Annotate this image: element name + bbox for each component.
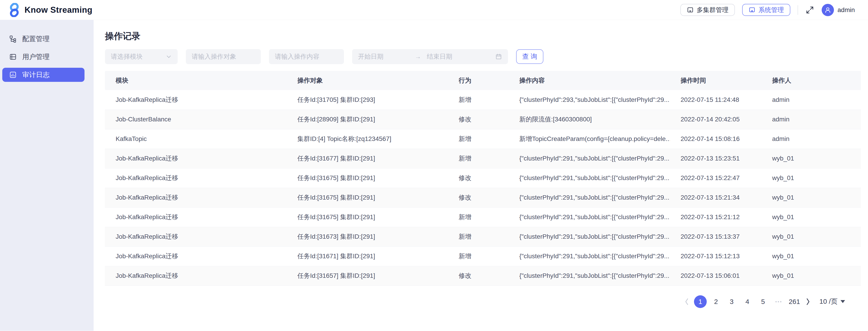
cell-content: {"clusterPhyId":291,"subJobList":[{"clus… <box>508 207 670 227</box>
date-range-arrow: → <box>415 53 421 60</box>
cell-target: 任务Id:[31675] 集群ID:[291] <box>287 168 448 188</box>
list-icon <box>9 53 17 61</box>
content-input[interactable] <box>275 53 338 60</box>
chevron-left-icon <box>684 298 689 305</box>
system-mgmt-label: 系统管理 <box>758 6 784 14</box>
page-button-3[interactable]: 3 <box>725 295 738 308</box>
cell-operator: admin <box>762 90 861 110</box>
cell-target: 集群ID:[4] Topic名称:[zq1234567] <box>287 129 448 149</box>
cell-content: {"clusterPhyId":291,"subJobList":[{"clus… <box>508 168 670 188</box>
brand-name: Know Streaming <box>25 5 92 15</box>
brand-logo-icon <box>8 3 21 17</box>
target-input[interactable] <box>192 53 255 60</box>
sidebar-item-user-mgmt[interactable]: 用户管理 <box>2 50 85 64</box>
cell-time: 2022-07-13 15:06:01 <box>670 266 762 285</box>
table-row: KafkaTopic 集群ID:[4] Topic名称:[zq1234567] … <box>105 129 861 149</box>
cell-target: 任务Id:[31673] 集群ID:[291] <box>287 227 448 246</box>
cell-operator: wyb_01 <box>762 227 861 246</box>
cell-time: 2022-07-13 15:13:37 <box>670 227 762 246</box>
cell-time: 2022-07-13 15:23:51 <box>670 149 762 168</box>
cell-time: 2022-07-13 15:22:47 <box>670 168 762 188</box>
cell-action: 新增 <box>448 149 508 168</box>
monitor-icon <box>748 6 755 13</box>
cell-content: 新增TopicCreateParam(config={cleanup.polic… <box>508 129 670 149</box>
cell-action: 新增 <box>448 129 508 149</box>
table-row: Job-KafkaReplica迁移 任务Id:[31705] 集群ID:[29… <box>105 90 861 110</box>
cell-content: 新的限流值:[3460300800] <box>508 110 670 129</box>
cell-target: 任务Id:[28909] 集群ID:[291] <box>287 110 448 129</box>
cell-module: Job-KafkaReplica迁移 <box>105 246 287 266</box>
start-date-input[interactable] <box>358 53 415 60</box>
page-button-261[interactable]: 261 <box>788 295 801 308</box>
multi-cluster-label: 多集群管理 <box>697 6 728 14</box>
sidebar-item-label: 用户管理 <box>22 52 50 62</box>
user-menu[interactable]: admin <box>822 4 855 16</box>
cell-content: {"clusterPhyId":291,"subJobList":[{"clus… <box>508 246 670 266</box>
table-row: Job-KafkaReplica迁移 任务Id:[31675] 集群ID:[29… <box>105 188 861 207</box>
cell-action: 新增 <box>448 246 508 266</box>
content-input-box <box>269 49 344 64</box>
app-shell: 配置管理 用户管理 审计日志 操作记录 请选择模块 <box>0 20 868 331</box>
page-list: 12345•••261 <box>694 295 801 308</box>
cell-operator: wyb_01 <box>762 207 861 227</box>
cell-operator: wyb_01 <box>762 168 861 188</box>
cell-module: Job-KafkaReplica迁移 <box>105 149 287 168</box>
cell-operator: wyb_01 <box>762 246 861 266</box>
cell-time: 2022-07-13 15:21:12 <box>670 207 762 227</box>
user-icon <box>824 6 832 14</box>
cell-module: Job-KafkaReplica迁移 <box>105 90 287 110</box>
audit-log-table: 模块 操作对象 行为 操作内容 操作时间 操作人 Job-KafkaReplic… <box>105 71 861 286</box>
table-row: Job-ClusterBalance 任务Id:[28909] 集群ID:[29… <box>105 110 861 129</box>
cell-operator: admin <box>762 110 861 129</box>
cluster-icon <box>687 6 694 13</box>
pagination-ellipsis[interactable]: ••• <box>772 295 785 308</box>
page-size-select[interactable]: 10 /页 <box>819 297 845 306</box>
sidebar-item-label: 审计日志 <box>22 70 50 80</box>
page-title: 操作记录 <box>105 30 861 42</box>
table-row: Job-KafkaReplica迁移 任务Id:[31673] 集群ID:[29… <box>105 227 861 246</box>
cell-module: Job-KafkaReplica迁移 <box>105 188 287 207</box>
sidebar-item-config-mgmt[interactable]: 配置管理 <box>2 32 85 46</box>
target-input-box <box>186 49 261 64</box>
multi-cluster-button[interactable]: 多集群管理 <box>680 4 735 16</box>
column-header-action: 行为 <box>448 71 508 90</box>
audit-chart-icon <box>9 71 17 79</box>
cell-content: {"clusterPhyId":291,"subJobList":[{"clus… <box>508 188 670 207</box>
cell-operator: admin <box>762 129 861 149</box>
fullscreen-icon <box>805 5 814 14</box>
date-range-picker[interactable]: → <box>352 49 508 64</box>
sidebar-item-audit-log[interactable]: 审计日志 <box>2 68 85 82</box>
cell-operator: wyb_01 <box>762 266 861 285</box>
cell-target: 任务Id:[31671] 集群ID:[291] <box>287 246 448 266</box>
cell-time: 2022-07-13 15:21:34 <box>670 188 762 207</box>
cell-time: 2022-07-15 11:24:48 <box>670 90 762 110</box>
cell-action: 修改 <box>448 168 508 188</box>
calendar-icon <box>495 53 502 60</box>
pagination-prev-button[interactable] <box>682 298 691 305</box>
cell-content: {"clusterPhyId":293,"subJobList":[{"clus… <box>508 90 670 110</box>
module-select[interactable]: 请选择模块 <box>105 49 178 64</box>
cell-content: {"clusterPhyId":291,"subJobList":[{"clus… <box>508 149 670 168</box>
chevron-down-icon <box>166 54 172 60</box>
column-header-target: 操作对象 <box>287 71 448 90</box>
column-header-operator: 操作人 <box>762 71 861 90</box>
page-button-2[interactable]: 2 <box>710 295 722 308</box>
table-row: Job-KafkaReplica迁移 任务Id:[31657] 集群ID:[29… <box>105 266 861 285</box>
fullscreen-button[interactable] <box>805 5 814 14</box>
username: admin <box>838 6 855 13</box>
page-button-1[interactable]: 1 <box>694 295 707 308</box>
avatar <box>822 4 834 16</box>
end-date-input[interactable] <box>427 53 484 60</box>
pagination-next-button[interactable] <box>804 298 812 305</box>
table-row: Job-KafkaReplica迁移 任务Id:[31677] 集群ID:[29… <box>105 149 861 168</box>
cell-target: 任务Id:[31675] 集群ID:[291] <box>287 188 448 207</box>
page-button-5[interactable]: 5 <box>757 295 769 308</box>
cell-target: 任务Id:[31677] 集群ID:[291] <box>287 149 448 168</box>
table-row: Job-KafkaReplica迁移 任务Id:[31671] 集群ID:[29… <box>105 246 861 266</box>
search-button[interactable]: 查 询 <box>516 49 544 64</box>
page-button-4[interactable]: 4 <box>741 295 754 308</box>
system-mgmt-button[interactable]: 系统管理 <box>742 4 790 16</box>
hierarchy-icon <box>9 35 17 43</box>
brand-logo: Know Streaming <box>8 3 92 17</box>
cell-time: 2022-07-13 15:12:13 <box>670 246 762 266</box>
